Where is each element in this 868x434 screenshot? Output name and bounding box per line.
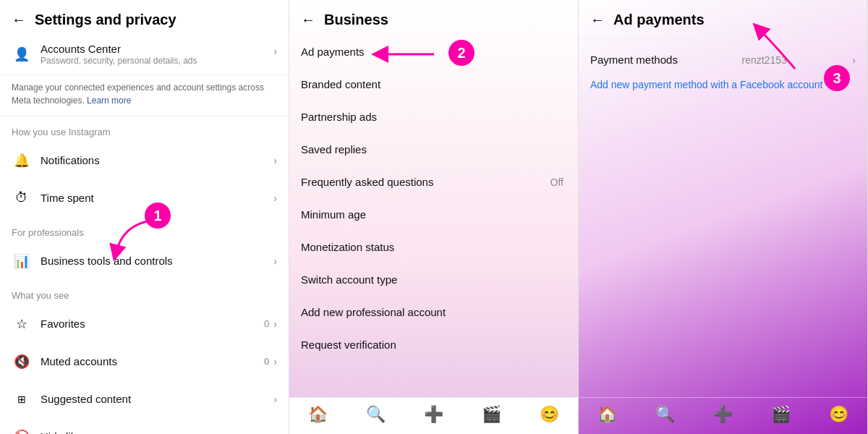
payment-methods-chevron: ›: [852, 54, 856, 66]
favorites-item[interactable]: ☆ Favorites 0 ›: [0, 305, 289, 343]
panel1-header: ← Settings and privacy: [0, 0, 289, 35]
request-verification-label: Request verification: [301, 339, 566, 351]
hide-likes-label: Hide likes: [41, 430, 273, 434]
panel-settings: ← Settings and privacy 👤 Accounts Center…: [0, 0, 289, 434]
panel1-title: Settings and privacy: [35, 12, 176, 28]
switch-account-item[interactable]: Switch account type: [289, 263, 578, 296]
accounts-center-item[interactable]: 👤 Accounts Center Password, security, pe…: [0, 35, 289, 75]
monetization-label: Monetization status: [301, 241, 566, 253]
muted-chevron: ›: [273, 356, 277, 367]
partnership-ads-label: Partnership ads: [301, 111, 566, 123]
favorites-badge: 0: [264, 318, 269, 329]
panel3-back-icon[interactable]: ←: [590, 12, 605, 28]
add-pro-item[interactable]: Add new professional account: [289, 296, 578, 328]
faq-item[interactable]: Frequently asked questions Off: [289, 166, 578, 198]
minimum-age-label: Minimum age: [301, 208, 566, 221]
business-tools-item[interactable]: 📊 Business tools and controls ›: [0, 242, 289, 280]
person-icon: 👤: [12, 44, 32, 64]
muted-icon: 🔇: [12, 352, 32, 372]
monetization-item[interactable]: Monetization status: [289, 231, 578, 263]
branded-content-item[interactable]: Branded content: [289, 68, 578, 101]
suggested-chevron: ›: [273, 393, 277, 405]
p3-profile-icon[interactable]: 😊: [829, 405, 848, 424]
faq-label: Frequently asked questions: [301, 176, 550, 188]
muted-label: Muted accounts: [41, 355, 264, 367]
hide-likes-item[interactable]: 🚫 Hide likes ›: [0, 418, 289, 434]
panel3-divider: [579, 38, 867, 39]
notifications-chevron: ›: [273, 155, 277, 166]
favorites-chevron: ›: [273, 318, 277, 330]
panel3-title: Ad payments: [613, 12, 705, 28]
hide-likes-icon: 🚫: [12, 427, 32, 434]
payment-methods-value: renzt2153: [741, 54, 786, 66]
favorites-label: Favorites: [41, 318, 264, 330]
panel2-back-icon[interactable]: ←: [301, 12, 315, 28]
favorites-icon: ☆: [12, 314, 32, 334]
panel-ad-payments: ← Ad payments Payment methods renzt2153 …: [579, 0, 868, 434]
saved-replies-item[interactable]: Saved replies: [289, 133, 578, 166]
payment-methods-row[interactable]: Payment methods renzt2153 ›: [579, 42, 867, 77]
payment-methods-label: Payment methods: [590, 54, 678, 66]
suggested-content-item[interactable]: ⊞ Suggested content ›: [0, 380, 289, 418]
time-spent-label: Time spent: [41, 192, 273, 204]
minimum-age-item[interactable]: Minimum age: [289, 198, 578, 231]
branded-content-label: Branded content: [301, 78, 566, 90]
for-professionals-label: For professionals: [0, 217, 289, 242]
panel-business: ← Business Ad payments Branded content P…: [289, 0, 579, 434]
accounts-center-sub: Password, security, personal details, ad…: [41, 55, 273, 67]
notifications-label: Notifications: [41, 154, 273, 166]
panel3-header: ← Ad payments: [579, 0, 867, 35]
p2-search-icon[interactable]: 🔍: [366, 405, 386, 424]
faq-value: Off: [550, 176, 563, 188]
suggested-icon: ⊞: [12, 389, 32, 409]
how-you-use-label: How you use Instagram: [0, 116, 289, 142]
time-spent-item[interactable]: ⏱ Time spent ›: [0, 179, 289, 217]
p2-add-icon[interactable]: ➕: [424, 405, 443, 424]
accounts-center-label: Accounts Center: [41, 43, 273, 55]
accounts-center-chevron: ›: [273, 46, 277, 57]
add-pro-label: Add new professional account: [301, 306, 566, 318]
p3-home-icon[interactable]: 🏠: [597, 405, 617, 424]
p3-search-icon[interactable]: 🔍: [655, 405, 675, 424]
panel3-bottom-nav: 🏠 🔍 ➕ 🎬 😊: [579, 397, 867, 434]
manage-text: Manage your connected experiences and ac…: [0, 75, 289, 116]
muted-accounts-item[interactable]: 🔇 Muted accounts 0 ›: [0, 343, 289, 380]
partnership-ads-item[interactable]: Partnership ads: [289, 101, 578, 133]
ad-payments-item[interactable]: Ad payments: [289, 35, 578, 68]
muted-badge: 0: [264, 356, 269, 367]
suggested-label: Suggested content: [41, 393, 273, 405]
add-facebook-link[interactable]: Add new payment method with a Facebook a…: [579, 77, 867, 101]
p3-reels-icon[interactable]: 🎬: [771, 405, 791, 424]
business-tools-icon: 📊: [12, 251, 32, 271]
p3-add-icon[interactable]: ➕: [713, 405, 733, 424]
saved-replies-label: Saved replies: [301, 143, 566, 156]
panel2-header: ← Business: [289, 0, 578, 35]
learn-more-link[interactable]: Learn more: [87, 95, 131, 106]
notifications-icon: 🔔: [12, 150, 32, 171]
back-arrow-icon[interactable]: ←: [12, 12, 26, 28]
p2-home-icon[interactable]: 🏠: [308, 405, 328, 424]
hide-likes-chevron: ›: [273, 431, 277, 434]
ad-payments-label: Ad payments: [301, 46, 566, 58]
what-you-see-label: What you see: [0, 280, 289, 305]
switch-account-label: Switch account type: [301, 273, 566, 286]
business-tools-label: Business tools and controls: [41, 255, 273, 267]
p2-reels-icon[interactable]: 🎬: [482, 405, 501, 424]
p2-profile-icon[interactable]: 😊: [540, 405, 559, 424]
business-tools-chevron: ›: [273, 255, 277, 267]
time-spent-chevron: ›: [273, 192, 277, 204]
time-spent-icon: ⏱: [12, 188, 32, 208]
panel2-title: Business: [324, 12, 388, 28]
panel2-bottom-nav: 🏠 🔍 ➕ 🎬 😊: [289, 397, 578, 434]
notifications-item[interactable]: 🔔 Notifications ›: [0, 142, 289, 179]
request-verification-item[interactable]: Request verification: [289, 328, 578, 361]
